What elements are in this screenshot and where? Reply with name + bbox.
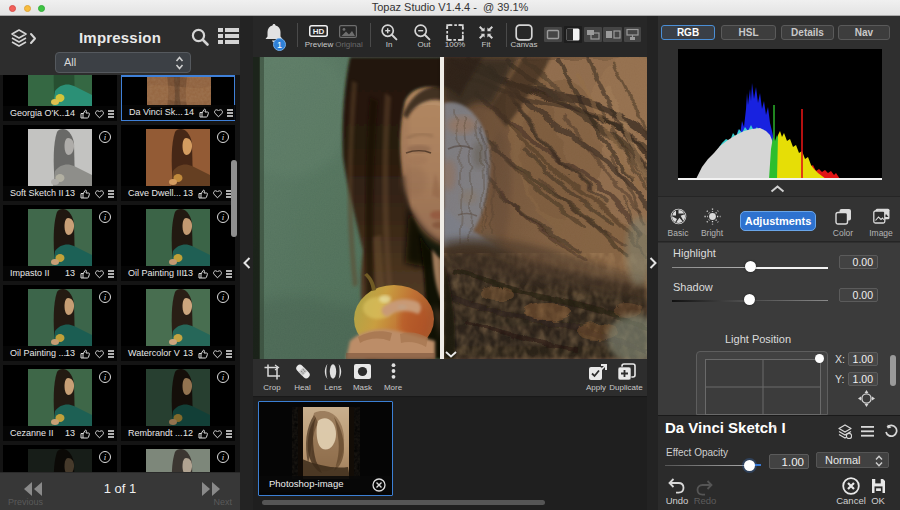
svg-text:HD: HD (313, 27, 325, 36)
